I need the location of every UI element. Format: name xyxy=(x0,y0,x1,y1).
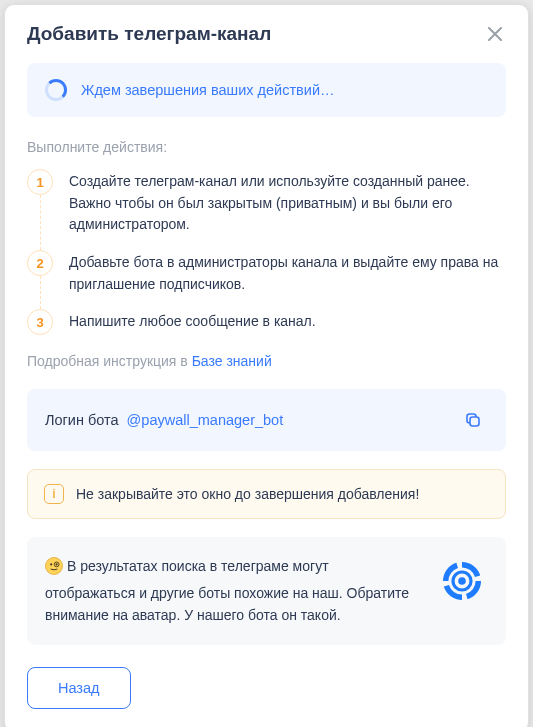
step-connector xyxy=(40,195,41,250)
spinner-icon xyxy=(45,79,67,101)
step-text: Создайте телеграм-канал или используйте … xyxy=(69,169,506,236)
svg-point-5 xyxy=(56,564,58,566)
avatar-info-body: В результатах поиска в телеграме могут о… xyxy=(45,558,409,623)
step-item: 3 Напишите любое сообщение в канал. xyxy=(27,309,506,335)
kb-link[interactable]: Базе знаний xyxy=(192,353,272,369)
kb-line: Подробная инструкция в Базе знаний xyxy=(27,353,506,369)
close-icon xyxy=(488,27,502,41)
svg-point-7 xyxy=(458,578,466,586)
modal-title: Добавить телеграм-канал xyxy=(27,23,271,45)
bot-login-label: Логин бота xyxy=(45,412,119,428)
add-telegram-modal: Добавить телеграм-канал Ждем завершения … xyxy=(4,4,529,727)
status-box: Ждем завершения ваших действий… xyxy=(27,63,506,117)
step-item: 2 Добавьте бота в администраторы канала … xyxy=(27,250,506,295)
modal-header: Добавить телеграм-канал xyxy=(5,5,528,59)
copy-icon xyxy=(464,411,482,429)
step-number: 3 xyxy=(27,309,53,335)
bot-login-box: Логин бота @paywall_manager_bot xyxy=(27,389,506,451)
warning-text: Не закрывайте это окно до завершения доб… xyxy=(76,486,419,502)
avatar-info-box: В результатах поиска в телеграме могут о… xyxy=(27,537,506,644)
svg-rect-1 xyxy=(470,417,479,426)
copy-button[interactable] xyxy=(458,405,488,435)
bot-login-left: Логин бота @paywall_manager_bot xyxy=(45,412,283,428)
step-item: 1 Создайте телеграм-канал или используйт… xyxy=(27,169,506,236)
back-button[interactable]: Назад xyxy=(27,667,131,709)
close-button[interactable] xyxy=(484,23,506,45)
svg-point-2 xyxy=(46,558,63,575)
svg-point-3 xyxy=(50,564,52,566)
steps-section-label: Выполните действия: xyxy=(27,139,506,155)
avatar-info-text: В результатах поиска в телеграме могут о… xyxy=(45,555,420,626)
bot-avatar-icon xyxy=(436,555,488,607)
step-connector xyxy=(40,276,41,309)
step-text: Добавьте бота в администраторы канала и … xyxy=(69,250,506,295)
status-text: Ждем завершения ваших действий… xyxy=(81,82,335,98)
steps-list: 1 Создайте телеграм-канал или используйт… xyxy=(27,169,506,335)
bot-login-value[interactable]: @paywall_manager_bot xyxy=(127,412,284,428)
step-number: 1 xyxy=(27,169,53,195)
monocle-emoji-icon xyxy=(45,557,63,581)
step-text: Напишите любое сообщение в канал. xyxy=(69,309,316,335)
step-number: 2 xyxy=(27,250,53,276)
modal-body: Ждем завершения ваших действий… Выполнит… xyxy=(5,59,528,727)
warning-box: i Не закрывайте это окно до завершения д… xyxy=(27,469,506,519)
kb-prefix: Подробная инструкция в xyxy=(27,353,192,369)
info-icon: i xyxy=(44,484,64,504)
